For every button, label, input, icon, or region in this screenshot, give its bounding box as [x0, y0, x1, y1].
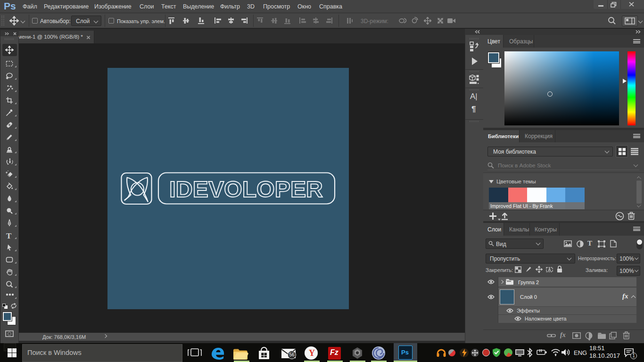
svg-text:IDEVOLOPER: IDEVOLOPER [169, 176, 323, 202]
